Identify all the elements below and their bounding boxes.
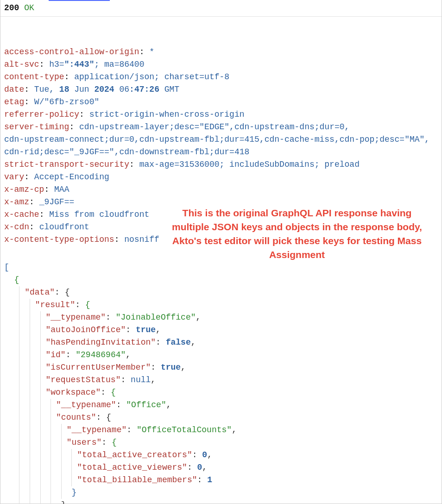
json-string: "OfficeTotalCounts" [137,425,232,435]
response-body-json[interactable]: [ { "data": { "result": { "__typename": … [0,249,442,504]
header-value: strict-origin-when-cross-origin [89,110,245,119]
header-key: content-type [4,72,64,82]
json-key: "id" [45,350,65,359]
json-key: "autoJoinOffice" [45,325,126,334]
header-key: x-cache [4,210,39,219]
header-key: alt-svc [4,60,39,69]
header-key: date [4,85,24,94]
header-key: x-cdn [4,222,29,232]
header-key: x-content-type-options [4,235,114,244]
json-key: "workspace" [45,388,101,397]
header-value: * [149,47,154,57]
header-key: strict-transport-security [4,160,129,169]
json-object-close: }, [61,500,71,504]
json-object-open: { [14,275,19,284]
header-value: Accept-Encoding [34,172,109,182]
json-string: "JoinableOffice" [116,313,196,322]
json-key: "requestStatus" [45,375,120,384]
response-panel: 200 OK access-control-allow-origin: * al… [0,0,442,504]
header-value: MAA [54,185,69,194]
json-key: "total_active_creators" [77,450,192,460]
header-key: x-amz [4,197,29,207]
json-number: 0 [202,450,207,460]
json-bool: true [136,325,156,334]
json-string: "Office" [126,400,166,410]
json-bool: true [161,363,181,372]
http-status-line: 200 OK [0,0,442,17]
json-key: "__typename" [56,400,116,410]
annotation-overlay: This is the original GraphQL API respons… [167,206,427,262]
json-key: "result" [35,300,75,309]
json-key: "hasPendingInvitation" [45,338,156,347]
status-code: 200 [4,3,19,13]
json-key: "users" [67,438,102,447]
header-value: Miss from cloudfront [49,210,149,219]
json-key: "total_billable_members" [77,475,197,485]
header-key: etag [4,97,24,107]
header-value: _9JGF== [39,197,75,207]
json-null: null [131,375,151,384]
json-key: "__typename" [45,313,106,322]
header-value: cloudfront [39,222,89,232]
json-number: 1 [207,475,212,485]
json-key: "data" [25,288,55,297]
header-value: W/"6fb-zrso0" [34,97,99,107]
json-object-close: } [71,488,76,497]
status-reason: OK [24,3,34,13]
header-value: application/json; charset=utf-8 [74,72,229,82]
active-tab-indicator [49,0,110,1]
json-array-open: [ [4,263,9,272]
json-string: "29486964" [76,350,126,359]
json-bool: false [166,338,191,347]
header-key: referrer-policy [4,110,79,119]
json-key: "__typename" [67,425,127,435]
json-number: 0 [197,463,202,472]
json-key: "counts" [56,413,96,422]
header-key: server-timing [4,122,69,132]
annotation-text: This is the original GraphQL API respons… [172,208,422,260]
header-key: x-amz-cp [4,185,44,194]
header-value: nosniff [124,235,159,244]
json-key: "total_active_viewers" [77,463,187,472]
header-key: vary [4,172,24,182]
json-key: "isCurrentUserMember" [45,363,151,372]
header-value: max-age=31536000; includeSubDomains; pre… [139,160,360,169]
header-key: access-control-allow-origin [4,47,139,57]
